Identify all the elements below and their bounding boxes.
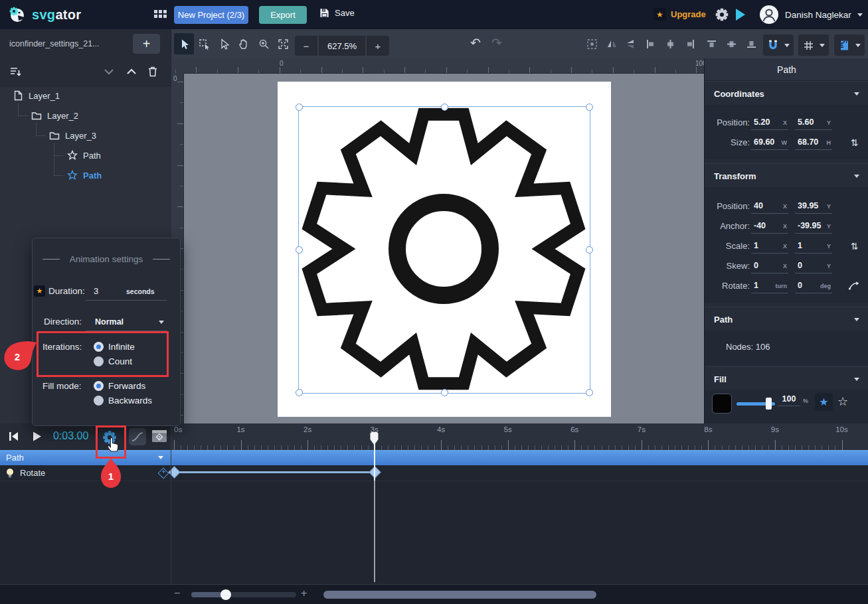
- coords-position-x-field[interactable]: 5.20X: [751, 115, 788, 130]
- fill-opacity-slider-thumb[interactable]: [766, 398, 772, 410]
- zoom-level-value[interactable]: 627.5%: [319, 36, 365, 56]
- flip-vertical-button[interactable]: [620, 33, 640, 54]
- fillmode-forwards-radio[interactable]: [94, 381, 104, 391]
- rulers-toggle[interactable]: [834, 35, 865, 56]
- flip-horizontal-button[interactable]: [602, 33, 622, 54]
- transform-position-x-field[interactable]: 40X: [751, 199, 788, 214]
- timeline-second-label: 7s: [638, 425, 646, 433]
- save-button[interactable]: Save: [319, 7, 355, 19]
- timeline-zoom-in-button[interactable]: +: [301, 587, 307, 599]
- transform-scale-x-field[interactable]: 1X: [751, 239, 788, 254]
- transform-anchor-y-field[interactable]: -39.95Y: [795, 219, 832, 234]
- project-tab-name[interactable]: iconfinder_settings_21...: [9, 39, 100, 48]
- transform-rotate-turn-field[interactable]: 1turn: [751, 279, 788, 293]
- select-tool[interactable]: [174, 33, 194, 54]
- align-top-button[interactable]: [701, 33, 721, 54]
- align-right-button[interactable]: [680, 33, 700, 54]
- easing-button[interactable]: [129, 428, 146, 445]
- fill-opacity-value[interactable]: 100: [778, 394, 800, 406]
- add-keyframe-diamond-icon[interactable]: +: [158, 468, 169, 479]
- redo-button[interactable]: ↷: [491, 35, 502, 50]
- snapping-toggle[interactable]: [763, 35, 794, 56]
- fill-opacity-slider[interactable]: [737, 402, 775, 406]
- align-left-button[interactable]: [640, 33, 660, 54]
- playhead[interactable]: [369, 431, 379, 446]
- preview-play-icon[interactable]: [736, 9, 745, 21]
- delete-layer-icon[interactable]: [147, 66, 158, 78]
- fill-color-swatch[interactable]: [712, 394, 732, 414]
- timeline-zoom-slider[interactable]: [191, 592, 296, 597]
- skip-to-start-icon[interactable]: [8, 431, 19, 442]
- align-bottom-button[interactable]: [741, 33, 761, 54]
- section-caret-icon: [854, 378, 859, 381]
- section-path[interactable]: Path: [705, 307, 868, 331]
- export-button[interactable]: Export: [259, 6, 307, 24]
- fillmode-forwards-label[interactable]: Forwards: [108, 381, 145, 391]
- coords-size-w-field[interactable]: 69.60W: [751, 135, 788, 150]
- zoom-tool[interactable]: [254, 33, 274, 54]
- grid-toggle[interactable]: [798, 35, 829, 56]
- size-link-icon[interactable]: ⇅: [851, 137, 859, 148]
- timeline-second-label: 0s: [174, 425, 182, 433]
- layer-item[interactable]: Layer_1: [13, 86, 146, 106]
- align-center-h-button[interactable]: [660, 33, 680, 54]
- flip-horizontal-icon: [606, 38, 618, 50]
- svgator-logo[interactable]: svgator: [8, 5, 81, 24]
- fill-star-outline-icon[interactable]: ☆: [837, 394, 848, 409]
- canvas-area[interactable]: 0 100 0: [171, 58, 704, 423]
- coords-position-y-field[interactable]: 5.60Y: [795, 115, 832, 130]
- direction-select[interactable]: Normal: [95, 317, 124, 327]
- timeline-zoom-out-button[interactable]: −: [174, 587, 180, 599]
- timeline-zoom-slider-thumb[interactable]: [220, 589, 231, 600]
- transform-rotate-label: Rotate:: [722, 281, 750, 291]
- zoom-out-button[interactable]: −: [295, 36, 317, 56]
- undo-button[interactable]: ↶: [470, 35, 481, 50]
- preview-settings-gear-icon[interactable]: [715, 7, 729, 22]
- section-fill[interactable]: Fill: [705, 366, 868, 391]
- timeline-ruler[interactable]: 0s1s2s3s4s5s6s7s8s9s10s: [171, 423, 868, 450]
- focus-selection-button[interactable]: [582, 33, 602, 54]
- track-row-path[interactable]: Path: [0, 450, 868, 466]
- transform-skew-y-field[interactable]: 0Y: [795, 259, 832, 273]
- timeline-left-divider: [171, 423, 171, 584]
- node-tool[interactable]: [194, 33, 214, 54]
- apps-grid-icon[interactable]: [154, 10, 167, 18]
- transform-scale-y-field[interactable]: 1Y: [795, 239, 832, 254]
- user-menu[interactable]: Danish Naglekar: [759, 5, 863, 25]
- upgrade-button[interactable]: ★ Upgrade: [653, 8, 706, 21]
- flip-vertical-icon: [624, 38, 637, 50]
- layer-order-icon[interactable]: [9, 66, 22, 78]
- fillmode-backwards-radio[interactable]: [94, 396, 104, 406]
- animate-fill-button[interactable]: ★: [815, 393, 833, 411]
- direct-select-tool[interactable]: [214, 33, 234, 54]
- play-button-icon[interactable]: [32, 431, 42, 442]
- zoom-in-button[interactable]: +: [367, 36, 389, 56]
- section-transform[interactable]: Transform: [705, 163, 868, 188]
- layer-item[interactable]: Layer_2: [31, 106, 164, 125]
- transform-position-y-field[interactable]: 39.95Y: [795, 199, 832, 214]
- keyframes-panel-icon[interactable]: [151, 429, 167, 443]
- section-coordinates[interactable]: Coordinates: [705, 81, 868, 106]
- fillmode-backwards-label[interactable]: Backwards: [108, 396, 152, 406]
- track-row-rotate[interactable]: Rotate +: [0, 465, 868, 481]
- motion-path-icon[interactable]: [848, 279, 860, 291]
- layer-item[interactable]: Layer_3: [49, 125, 182, 145]
- fit-view-tool[interactable]: [273, 33, 293, 54]
- gear-graphic[interactable]: [284, 90, 603, 408]
- transform-rotate-deg-field[interactable]: 0deg: [795, 279, 832, 293]
- add-project-button[interactable]: +: [133, 34, 160, 54]
- rulers-caret-icon: [855, 44, 861, 47]
- collapse-up-icon[interactable]: [126, 68, 137, 75]
- timeline-scrollbar[interactable]: [323, 591, 596, 599]
- tree-connector: [54, 155, 63, 176]
- hand-tool[interactable]: [234, 33, 254, 54]
- align-middle-button[interactable]: [721, 33, 741, 54]
- direction-caret-icon: [159, 321, 164, 324]
- collapse-down-icon[interactable]: [104, 68, 114, 75]
- duration-input[interactable]: 3: [94, 286, 98, 296]
- new-project-button[interactable]: New Project (2/3): [174, 6, 248, 24]
- transform-anchor-x-field[interactable]: -40X: [751, 219, 788, 234]
- scale-link-icon[interactable]: ⇅: [851, 241, 859, 252]
- coords-size-h-field[interactable]: 68.70H: [795, 135, 832, 150]
- transform-skew-x-field[interactable]: 0X: [751, 259, 788, 273]
